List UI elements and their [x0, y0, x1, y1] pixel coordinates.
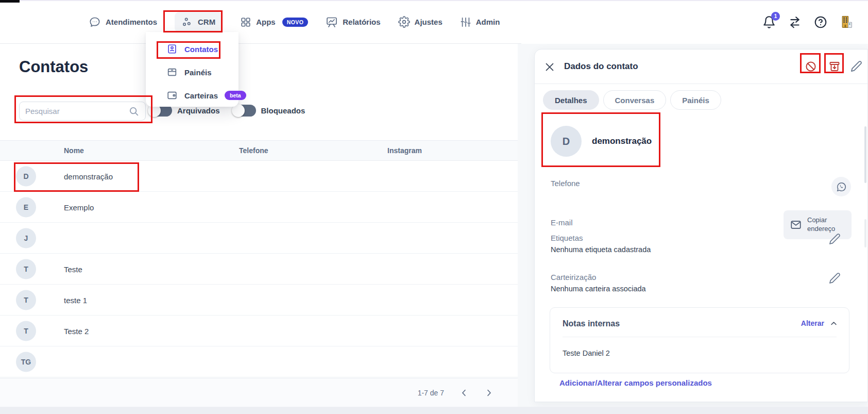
table-row[interactable]: T Teste 2 [0, 316, 518, 346]
notes-divider [563, 337, 837, 337]
blocked-toggle-label: Bloqueados [261, 106, 305, 115]
reports-board-icon [326, 16, 338, 28]
help-button[interactable] [814, 15, 827, 29]
pagination-label: 1-7 de 7 [418, 389, 444, 397]
pagination: 1-7 de 7 [0, 378, 518, 407]
archive-contact-button[interactable] [828, 60, 841, 73]
notes-title: Notas internas [563, 319, 620, 328]
contact-search [19, 102, 146, 121]
column-header-nome: Nome [64, 146, 84, 155]
email-label: E-mail [551, 218, 573, 227]
envelope-icon [790, 219, 802, 230]
apps-grid-icon [240, 16, 251, 28]
tags-empty-value: Nenhuma etiqueta cadastrada [551, 245, 651, 254]
organization-building-icon [840, 15, 854, 29]
avatar: T [16, 259, 36, 279]
menu-item-paineis[interactable]: Painéis [146, 63, 239, 81]
tab-conversas[interactable]: Conversas [603, 90, 667, 110]
organization-button[interactable] [840, 15, 854, 29]
avatar: T [16, 321, 36, 341]
notes-action-label: Alterar [801, 319, 824, 327]
notes-edit-button[interactable]: Alterar [801, 319, 838, 327]
phone-label: Telefone [551, 179, 580, 188]
copy-email-label: Copiar endereço [807, 216, 839, 234]
contacts-table-body: D demonstração E Exemplo J T Teste T tes… [0, 161, 518, 377]
tab-detalhes[interactable]: Detalhes [543, 90, 599, 110]
notification-count-badge: 1 [771, 12, 780, 21]
novo-badge: NOVO [282, 18, 309, 27]
wallet-empty-value: Nenhuma carteira associada [551, 285, 646, 293]
block-contact-button[interactable] [805, 60, 817, 73]
drawer-scrollbar-mark [864, 219, 866, 247]
beta-badge: beta [225, 91, 246, 100]
contact-name-cell: teste 1 [64, 295, 87, 304]
copy-email-button[interactable]: Copiar endereço [784, 210, 852, 239]
switch-account-button[interactable] [788, 15, 802, 29]
nav-item-admin[interactable]: Admin [460, 16, 500, 28]
crm-app: Atendimentos CRM Apps NOVO [0, 0, 868, 414]
next-page-button[interactable] [484, 388, 493, 398]
close-drawer-button[interactable] [544, 61, 555, 73]
avatar: D [16, 166, 36, 186]
bottom-strip [0, 407, 868, 414]
chat-bubble-icon [89, 16, 101, 28]
menu-item-contatos[interactable]: Contatos [146, 40, 239, 58]
nav-item-ajustes[interactable]: Ajustes [398, 16, 442, 28]
tags-label: Etiquetas [551, 234, 583, 242]
contact-name-cell: demonstração [64, 172, 113, 180]
menu-item-label: Painéis [184, 68, 212, 77]
custom-fields-link[interactable]: Adicionar/Alterar campos personalizados [559, 378, 712, 387]
nav-item-atendimentos[interactable]: Atendimentos [89, 16, 157, 28]
gear-icon [398, 16, 410, 28]
table-row[interactable]: E Exemplo [0, 192, 518, 223]
archived-toggle-label: Arquivados [177, 106, 220, 115]
avatar: E [16, 197, 36, 217]
drawer-header-divider [535, 84, 867, 84]
edit-wallet-button[interactable] [829, 272, 841, 284]
table-row[interactable]: D demonstração [0, 161, 518, 192]
notes-content: Teste Daniel 2 [563, 349, 610, 357]
search-icon [128, 106, 140, 117]
drawer-scrollbar[interactable] [864, 126, 866, 183]
nav-item-apps[interactable]: Apps NOVO [240, 16, 308, 28]
nav-label: CRM [198, 18, 215, 26]
blocked-toggle[interactable] [232, 105, 256, 117]
contact-name-cell: Teste 2 [64, 326, 89, 335]
notifications-button[interactable]: 1 [762, 15, 776, 29]
column-header-instagram: Instagram [387, 146, 422, 155]
table-row[interactable]: T teste 1 [0, 285, 518, 316]
nav-item-crm[interactable]: CRM [175, 12, 223, 32]
menu-item-carteiras[interactable]: Carteiras beta [146, 87, 239, 104]
crm-dropdown-menu: Contatos Painéis Carteiras beta [146, 32, 239, 107]
drawer-tabs: Detalhes Conversas Painéis [543, 90, 721, 110]
nav-item-relatorios[interactable]: Relatórios [326, 16, 380, 28]
tab-paineis[interactable]: Painéis [670, 90, 721, 110]
topbar-actions: 1 [762, 0, 854, 44]
avatar: T [16, 290, 36, 310]
page-title: Contatos [19, 58, 88, 76]
help-circle-icon [814, 15, 827, 29]
table-row[interactable]: J [0, 223, 518, 254]
crm-nodes-icon [182, 16, 193, 28]
nav-label: Atendimentos [106, 18, 157, 26]
table-row[interactable]: T Teste [0, 254, 518, 285]
edit-contact-button[interactable] [850, 60, 862, 72]
column-header-telefone: Telefone [239, 146, 268, 155]
table-row[interactable]: TG [0, 346, 518, 377]
internal-notes-card: Notas internas Alterar Teste Daniel 2 [550, 307, 849, 373]
wallet-icon [166, 90, 178, 101]
edit-tags-button[interactable] [829, 233, 841, 245]
nav-label: Ajustes [415, 18, 442, 26]
contacts-table-header: Nome Telefone Instagram [0, 140, 518, 161]
previous-page-button[interactable] [459, 388, 469, 398]
swap-arrows-icon [788, 15, 802, 29]
whatsapp-button[interactable] [831, 177, 851, 196]
nav-label: Apps [256, 18, 276, 26]
contact-name: demonstração [592, 126, 652, 157]
contact-card-icon [166, 43, 178, 55]
avatar: J [16, 228, 36, 248]
screenshot-corner-sliver [0, 0, 20, 3]
contact-name-cell: Exemplo [64, 203, 94, 211]
drawer-title: Dados do contato [564, 49, 638, 84]
search-input[interactable] [25, 107, 128, 115]
